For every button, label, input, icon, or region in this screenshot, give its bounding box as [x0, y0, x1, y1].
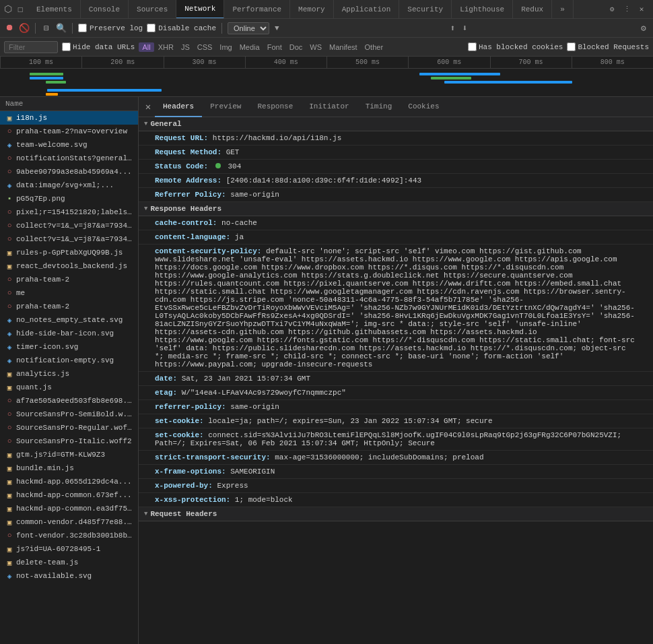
file-list-item[interactable]: ◈not-available.svg	[0, 569, 138, 583]
file-list-item[interactable]: ▣quant.js	[0, 381, 138, 394]
file-list-item[interactable]: ○notificationStats?generalTim...	[0, 152, 138, 165]
file-list-item[interactable]: ◈timer-icon.svg	[0, 340, 138, 354]
filter-input[interactable]	[4, 41, 58, 53]
file-name: react_devtools_backend.js	[16, 262, 127, 270]
request-headers-section-header[interactable]: ▼ Request Headers	[139, 507, 653, 521]
blocked-cookies-checkbox[interactable]: Has blocked cookies	[468, 42, 563, 51]
file-list-item[interactable]: ○me	[0, 286, 138, 300]
file-list-item[interactable]: ◈no_notes_empty_state.svg	[0, 313, 138, 327]
top-nav: ⬡ ☐ Elements Console Sources Network Per…	[0, 0, 653, 19]
response-headers-section-header[interactable]: ▼ Response Headers	[139, 202, 653, 216]
export-icon[interactable]: ⬇	[459, 23, 470, 34]
nav-tabs: Elements Console Sources Network Perform…	[28, 0, 600, 19]
filter-js[interactable]: JS	[178, 42, 193, 52]
file-list-header: Name	[0, 97, 138, 111]
filter-css[interactable]: CSS	[194, 42, 216, 52]
file-list-item[interactable]: ○SourceSansPro-Italic.woff2	[0, 434, 138, 448]
filter-ws[interactable]: WS	[306, 42, 325, 52]
file-list-item[interactable]: ◈data:image/svg+xml;...	[0, 179, 138, 192]
mobile-icon[interactable]: ☐	[15, 4, 26, 15]
file-list-item[interactable]: ○collect?v=1&_v=j87&a=7934...	[0, 232, 138, 246]
file-list-item[interactable]: ◈notification-empty.svg	[0, 354, 138, 367]
file-list-item[interactable]: ▣i18n.js	[0, 111, 138, 125]
detail-tab-headers[interactable]: Headers	[155, 97, 202, 117]
file-list-item[interactable]: ▣delete-team.js	[0, 556, 138, 569]
filter-manifest[interactable]: Manifest	[326, 42, 361, 52]
general-section-header[interactable]: ▼ General	[139, 117, 653, 131]
rh-strict-transport-security: strict-transport-security: max-age=31536…	[139, 451, 653, 465]
detail-close-icon[interactable]: ✕	[141, 100, 155, 114]
filter-img[interactable]: Img	[216, 42, 235, 52]
tab-console[interactable]: Console	[81, 0, 129, 19]
file-list-item[interactable]: ▪pG5q7Ep.png	[0, 192, 138, 205]
tab-network[interactable]: Network	[176, 0, 224, 19]
filter-xhr[interactable]: XHR	[155, 42, 177, 52]
rh-x-powered-by: x-powered-by: Express	[139, 479, 653, 493]
tab-elements[interactable]: Elements	[28, 0, 81, 19]
file-list-item[interactable]: ▣common-vendor.d485f77e88...	[0, 515, 138, 529]
file-list-item[interactable]: ▣bundle.min.js	[0, 461, 138, 475]
detail-tab-timing[interactable]: Timing	[357, 97, 401, 117]
disable-cache-checkbox[interactable]: Disable cache	[147, 24, 216, 32]
file-list-item[interactable]: ○praha-team-2?nav=overview	[0, 125, 138, 138]
more-icon[interactable]: ⋮	[621, 3, 633, 15]
inspect-icon[interactable]: ⬡	[3, 4, 13, 15]
rh-content-language: content-language: ja	[139, 230, 653, 245]
file-list-item[interactable]: ○SourceSansPro-Regular.woff2	[0, 421, 138, 434]
file-list-item[interactable]: ○pixel;r=1541521820;labels=k...	[0, 205, 138, 219]
settings-icon[interactable]: ⚙	[606, 3, 618, 15]
rh-set-cookie-2: set-cookie: connect.sid=s%3Alv1iJu7bRO3L…	[139, 428, 653, 451]
detail-tab-preview[interactable]: Preview	[202, 97, 249, 117]
clear-icon[interactable]: 🚫	[19, 23, 30, 34]
blocked-requests-checkbox[interactable]: Blocked Requests	[567, 42, 649, 51]
file-list-item[interactable]: ○praha-team-2	[0, 300, 138, 313]
file-list-item[interactable]: ◈team-welcome.svg	[0, 138, 138, 152]
file-list-item[interactable]: ▣hackmd-app-common.ea3df75...	[0, 502, 138, 515]
search-icon[interactable]: 🔍	[56, 23, 67, 34]
file-list-item[interactable]: ○SourceSansPro-SemiBold.w...	[0, 408, 138, 421]
file-list-item[interactable]: ○collect?v=1&_v=j87&a=7934...	[0, 219, 138, 232]
import-icon[interactable]: ⬆	[447, 23, 458, 34]
file-list-item[interactable]: ◈hide-side-bar-icon.svg	[0, 327, 138, 340]
file-list-item[interactable]: ○font-vendor.3c28db3001b8b...	[0, 529, 138, 542]
filter-all[interactable]: All	[139, 42, 153, 52]
throttle-select[interactable]: Online	[228, 22, 269, 34]
file-list-item[interactable]: ○praha-team-2	[0, 273, 138, 286]
tab-more[interactable]: »	[552, 0, 574, 19]
settings-gear[interactable]: ⚙	[638, 23, 649, 34]
file-list-item[interactable]: ▣gtm.js?id=GTM-KLW9Z3	[0, 448, 138, 461]
tab-security[interactable]: Security	[399, 0, 452, 19]
tab-application[interactable]: Application	[334, 0, 400, 19]
file-type-icon: ○	[5, 424, 13, 432]
preserve-log-checkbox[interactable]: Preserve log	[78, 24, 143, 32]
record-icon[interactable]: ⏺	[4, 23, 15, 34]
file-list-item[interactable]: ▣js?id=UA-60728495-1	[0, 542, 138, 556]
file-list-item[interactable]: ▣react_devtools_backend.js	[0, 259, 138, 273]
file-list-item[interactable]: ▣hackmd-app.0655d129dc4a...	[0, 475, 138, 488]
tab-lighthouse[interactable]: Lighthouse	[452, 0, 513, 19]
file-list-item[interactable]: ▣rules-p-GpPtabXgUQ99B.js	[0, 246, 138, 259]
detail-tab-cookies[interactable]: Cookies	[400, 97, 447, 117]
tab-memory[interactable]: Memory	[290, 0, 334, 19]
file-list-item[interactable]: ▣analytics.js	[0, 367, 138, 381]
filter-other[interactable]: Other	[362, 42, 387, 52]
filter-doc[interactable]: Doc	[286, 42, 306, 52]
hide-data-urls-checkbox[interactable]: Hide data URLs	[62, 42, 135, 51]
file-list-item[interactable]: ▣hackmd-app-common.673ef...	[0, 488, 138, 502]
detail-tab-response[interactable]: Response	[249, 97, 301, 117]
file-list-item[interactable]: ○9abee90799a3e8ab45969a4...	[0, 165, 138, 179]
filter-font[interactable]: Font	[264, 42, 285, 52]
close-icon[interactable]: ✕	[635, 3, 648, 15]
detail-tab-initiator[interactable]: Initiator	[301, 97, 357, 117]
separator-1	[35, 23, 36, 34]
filter-media[interactable]: Media	[236, 42, 263, 52]
file-type-icon: ▣	[5, 114, 13, 122]
file-list-item[interactable]: ○af7ae505a9eed503f8b8e698...	[0, 394, 138, 408]
tab-performance[interactable]: Performance	[224, 0, 290, 19]
tab-sources[interactable]: Sources	[129, 0, 176, 19]
filter-icon[interactable]: ⊟	[41, 23, 52, 34]
tab-redux[interactable]: Redux	[513, 0, 552, 19]
file-name: hackmd-app-common.673ef...	[16, 491, 132, 499]
file-name: collect?v=1&_v=j87&a=7934...	[16, 222, 133, 230]
file-type-icon: ▣	[5, 491, 13, 499]
